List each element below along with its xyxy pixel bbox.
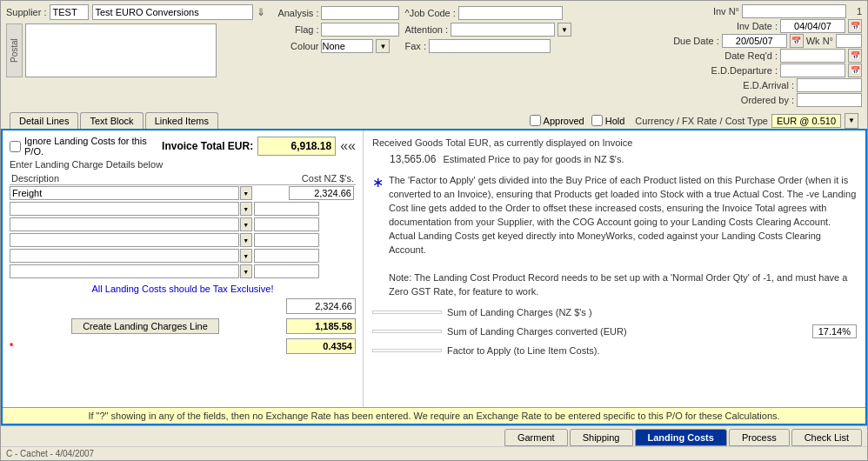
estimated-label: Estimated Price to pay for goods in NZ $… <box>443 154 624 164</box>
ed-arrival-label: E.D.Arrival : <box>743 80 794 90</box>
supplier-label: Supplier : <box>6 7 46 17</box>
charge1-desc-input[interactable] <box>10 186 239 200</box>
charge3-desc-input[interactable] <box>10 217 239 231</box>
currency-value: EUR @ 0.510 <box>771 114 841 128</box>
supplier-name-input[interactable] <box>92 4 253 20</box>
inv-date-calendar-btn[interactable]: 📅 <box>848 19 862 33</box>
charge-row-4: ▼ <box>10 232 356 248</box>
fax-label: Fax : <box>404 41 425 51</box>
charge1-amount-input[interactable] <box>289 186 354 200</box>
tab-text-block[interactable]: Text Block <box>80 112 143 129</box>
tab-linked-items[interactable]: Linked Items <box>145 112 218 129</box>
approved-checkbox[interactable] <box>530 115 541 126</box>
left-panel: Ignore Landing Costs for this P/O. Invoi… <box>3 130 364 407</box>
charge6-desc-input[interactable] <box>10 264 239 278</box>
analysis-input[interactable] <box>321 6 399 20</box>
charge-row-5: ▼ <box>10 248 356 264</box>
charge6-dropdown-btn[interactable]: ▼ <box>240 264 252 278</box>
inv-date-input[interactable] <box>780 19 845 33</box>
factor-right-value <box>372 349 442 352</box>
asterisk-icon: * <box>10 341 13 351</box>
wk-no-input[interactable] <box>836 34 862 48</box>
charge5-dropdown-btn[interactable]: ▼ <box>240 249 252 263</box>
charge5-desc-input[interactable] <box>10 249 239 263</box>
attention-input[interactable] <box>451 23 555 37</box>
job-code-input[interactable] <box>458 6 563 20</box>
supplier-code-input[interactable] <box>50 4 89 20</box>
sum-landing-nz-value <box>372 311 442 314</box>
postal-label: Postal <box>6 23 23 77</box>
flag-input[interactable] <box>321 23 399 37</box>
wk-no-label: Wk N° <box>806 36 833 46</box>
postal-address-box[interactable] <box>25 23 217 77</box>
analysis-label: Analysis : <box>270 8 318 18</box>
sum-nz-input[interactable] <box>286 298 356 314</box>
charge3-amount-input[interactable] <box>254 217 319 231</box>
charges-table: Description Cost NZ $'s. ▼ <box>10 172 356 279</box>
inv-date-label: Inv Date : <box>737 21 778 31</box>
attention-label: Attention : <box>404 24 448 35</box>
right-panel: Received Goods Total EUR, as currently d… <box>364 130 865 407</box>
charge6-amount-input[interactable] <box>254 264 319 278</box>
factor-right-label: Factor to Apply (to Line Item Costs). <box>447 345 599 356</box>
due-date-calendar-btn[interactable]: 📅 <box>790 34 804 48</box>
info-text: The 'Factor to Apply' gets divided into … <box>389 174 857 298</box>
ed-arrival-input[interactable] <box>797 78 862 92</box>
charge4-dropdown-btn[interactable]: ▼ <box>240 233 252 247</box>
tab-landing-costs[interactable]: Landing Costs <box>635 429 727 446</box>
charge3-dropdown-btn[interactable]: ▼ <box>240 217 252 231</box>
tab-process[interactable]: Process <box>729 429 790 446</box>
approved-checkbox-label: Approved <box>530 115 584 126</box>
date-req-label: Date Req'd : <box>724 50 778 61</box>
charge4-amount-input[interactable] <box>254 233 319 247</box>
enter-details-label: Enter Landing Charge Details below <box>10 159 356 170</box>
cost-header: Cost NZ $'s. <box>252 172 356 185</box>
factor-input[interactable] <box>286 338 356 354</box>
ed-departure-calendar-btn[interactable]: 📅 <box>848 63 862 77</box>
charge5-amount-input[interactable] <box>254 249 319 263</box>
charge-row-3: ▼ <box>10 217 356 232</box>
colour-input[interactable] <box>321 39 373 53</box>
tab-garment[interactable]: Garment <box>504 429 568 446</box>
tab-check-list[interactable]: Check List <box>791 429 862 446</box>
dropdown-arrow-icon: ⇓ <box>257 6 265 18</box>
hold-checkbox-label: Hold <box>591 115 625 126</box>
charge-row-2: ▼ <box>10 201 356 217</box>
create-landing-charges-btn[interactable]: Create Landing Charges Line <box>71 318 219 334</box>
ordered-by-label: Ordered by : <box>741 95 794 105</box>
double-arrow-icon[interactable]: «« <box>340 138 356 154</box>
due-date-input[interactable] <box>722 34 787 48</box>
colour-label: Colour <box>270 41 318 51</box>
date-req-calendar-btn[interactable]: 📅 <box>848 49 862 63</box>
ignore-landing-costs-label[interactable]: Ignore Landing Costs for this P/O. <box>10 136 162 157</box>
ed-departure-label: E.D.Departure : <box>711 65 778 76</box>
attention-dropdown-btn[interactable]: ▼ <box>558 23 571 37</box>
charge2-desc-input[interactable] <box>10 202 239 216</box>
charge2-dropdown-btn[interactable]: ▼ <box>240 202 252 216</box>
colour-dropdown-btn[interactable]: ▼ <box>376 39 390 53</box>
inv-no-label: Inv N° <box>713 6 739 17</box>
fax-input[interactable] <box>429 39 551 53</box>
sum-landing-nz-label: Sum of Landing Charges (NZ $'s ) <box>447 307 592 317</box>
date-req-input[interactable] <box>780 49 845 63</box>
charge1-dropdown-btn[interactable]: ▼ <box>240 186 252 200</box>
tab-shipping[interactable]: Shipping <box>570 429 633 446</box>
currency-dropdown-btn[interactable]: ▼ <box>845 113 858 129</box>
received-total-label: Received Goods Total EUR, as currently d… <box>372 137 632 148</box>
sum-converted-input[interactable] <box>286 318 356 334</box>
ed-departure-input[interactable] <box>780 63 845 77</box>
inv-no-input[interactable] <box>742 4 846 18</box>
ordered-by-input[interactable] <box>797 93 862 107</box>
ignore-landing-costs-checkbox[interactable] <box>10 141 21 152</box>
estimated-amount: 13,565.06 <box>390 153 436 165</box>
bottom-info-bar: If "?" showing in any of the fields, the… <box>3 407 865 424</box>
due-date-label: Due Date : <box>673 36 719 46</box>
charge4-desc-input[interactable] <box>10 233 239 247</box>
tab-detail-lines[interactable]: Detail Lines <box>10 112 78 129</box>
invoice-total-input[interactable] <box>257 137 336 156</box>
hold-checkbox[interactable] <box>591 115 603 126</box>
charge2-amount-input[interactable] <box>254 202 319 216</box>
currency-label: Currency / FX Rate / Cost Type <box>635 116 768 126</box>
footer-bar: C - Cachet - 4/04/2007 <box>1 446 867 460</box>
charge-row-1: ▼ <box>10 185 356 202</box>
